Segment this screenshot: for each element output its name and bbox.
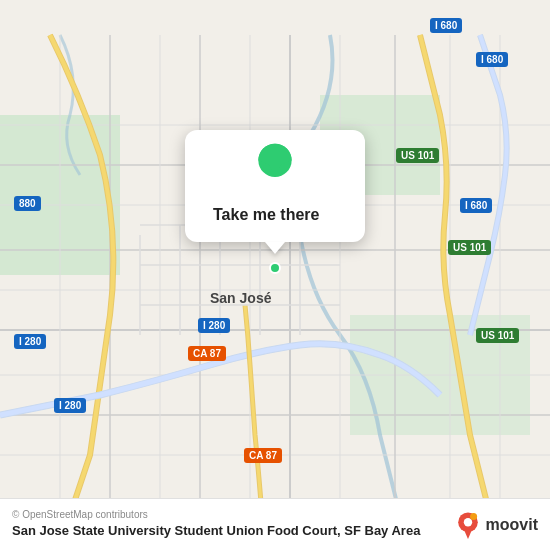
location-name: San Jose State University Student Union … — [12, 523, 341, 538]
map-container: San José I 680 I 680 US 101 I 680 US 101… — [0, 0, 550, 550]
moovit-text-label: moovit — [486, 516, 538, 534]
highway-badge-us101-1: US 101 — [396, 148, 439, 163]
moovit-logo: moovit — [454, 511, 538, 539]
svg-text:San José: San José — [210, 290, 272, 306]
svg-point-34 — [270, 263, 280, 273]
highway-badge-i280-w1: I 280 — [14, 334, 46, 349]
copyright-text: © OpenStreetMap contributors — [12, 509, 444, 520]
highway-badge-i680-s1: I 680 — [460, 198, 492, 213]
location-pin-icon — [250, 142, 300, 192]
popup-box: Take me there — [185, 130, 365, 242]
popup-tail — [265, 242, 285, 254]
highway-badge-us101-3: US 101 — [476, 328, 519, 343]
info-bar: © OpenStreetMap contributors San Jose St… — [0, 498, 550, 550]
highway-badge-i680-n2: I 680 — [476, 52, 508, 67]
highway-badge-ca87-1: CA 87 — [188, 346, 226, 361]
highway-badge-i280-w2: I 280 — [54, 398, 86, 413]
highway-badge-i280-c: I 280 — [198, 318, 230, 333]
moovit-icon — [454, 511, 482, 539]
highway-badge-ca87-2: CA 87 — [244, 448, 282, 463]
location-title: San Jose State University Student Union … — [12, 523, 444, 540]
take-me-there-button[interactable]: Take me there — [205, 202, 327, 228]
popup-card: Take me there — [185, 130, 365, 280]
highway-badge-880: 880 — [14, 196, 41, 211]
location-region: SF Bay Area — [344, 523, 420, 538]
svg-point-36 — [463, 518, 471, 526]
svg-point-37 — [470, 513, 477, 520]
map-pin-dot — [263, 256, 287, 280]
highway-badge-us101-2: US 101 — [448, 240, 491, 255]
info-left: © OpenStreetMap contributors San Jose St… — [12, 509, 444, 540]
highway-badge-i680-n1: I 680 — [430, 18, 462, 33]
